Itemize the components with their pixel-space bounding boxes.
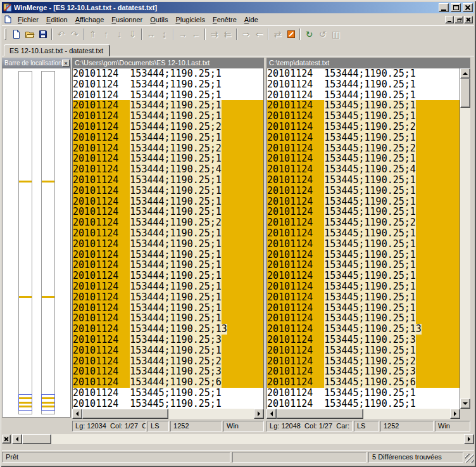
arrow-up-icon	[463, 70, 468, 75]
right-vertical-scrollbar[interactable]	[460, 68, 470, 409]
copy-right-icon: →	[178, 30, 187, 39]
code-line: 20101124 153444;1190.25;1	[73, 79, 263, 90]
scrollbar-thumb[interactable]	[82, 409, 168, 419]
menu-fichier[interactable]: Fichier	[14, 15, 42, 25]
code-line: 20101124 153445;1190.25;1	[267, 388, 460, 399]
toolbar-separator	[141, 29, 142, 40]
location-pane-close-button[interactable]: ×	[62, 60, 70, 67]
pane-close-button[interactable]	[2, 435, 11, 444]
scrollbar-thumb[interactable]	[22, 434, 51, 444]
left-editor[interactable]: 20101124 153444;1190.25;120101124 153444…	[72, 68, 264, 409]
code-line: 20101124 153444;1190.25;1	[73, 111, 263, 122]
code-line: 20101124 153444;1190.25;1	[73, 90, 263, 101]
open-button[interactable]	[23, 28, 36, 41]
arrow-right-icon	[258, 411, 263, 416]
all-left-button: ⇐	[253, 28, 266, 41]
code-line: 20101124 153444;1190.25;1	[73, 175, 263, 186]
save-icon	[38, 29, 48, 39]
code-line: 20101124 153444;1190.25;2	[73, 122, 263, 132]
document-icon[interactable]	[4, 15, 12, 23]
toolbar-separator	[236, 29, 237, 40]
code-line: 20101124 153445;1190.25;2	[267, 122, 460, 132]
last-difference-button: ⇓	[126, 28, 139, 41]
mdi-close-icon	[466, 16, 471, 23]
refresh-button[interactable]: ↻	[303, 28, 316, 41]
code-line: 20101124 153445;1190.25;1	[267, 100, 460, 111]
toolbar-separator	[173, 29, 174, 40]
copy-left-button: ←	[189, 28, 203, 41]
right-pane-header: C:\temp\datatest.txt	[266, 58, 470, 68]
global-horizontal-scrollbar[interactable]	[12, 434, 474, 444]
menu-fenêtre[interactable]: Fenêtre	[209, 15, 241, 25]
minimize-button[interactable]	[439, 3, 449, 12]
code-line: 20101124 153444;1190.25;6	[73, 377, 263, 388]
code-line: 20101124 153444;1190.25;1	[73, 281, 263, 292]
resize-grip[interactable]	[465, 454, 474, 463]
menu-edition[interactable]: Edition	[42, 15, 72, 25]
next-conflict-button: ↨	[158, 28, 171, 41]
menu-aide[interactable]: Aide	[241, 15, 262, 25]
code-line: 20101124 153445;1190.25;1	[267, 239, 460, 250]
scroll-left-button[interactable]	[12, 434, 22, 444]
code-line: 20101124 153444;1190.25;13	[73, 324, 263, 335]
next-conflict-icon: ↨	[162, 30, 166, 39]
plugins-button[interactable]	[284, 28, 298, 41]
save-button[interactable]	[36, 28, 49, 41]
code-line: 20101124 153444;1190.25;4	[73, 164, 263, 175]
toolbar-icons: ↶↷⇑↑↓⇓↔↨→←⇉⇇⇒⇐⇄↻↺◫	[9, 28, 342, 41]
menu-outils[interactable]: Outils	[146, 15, 172, 25]
scrollbar-thumb[interactable]	[460, 79, 470, 108]
toolbar-separator	[299, 29, 301, 40]
scroll-left-button[interactable]	[266, 409, 277, 419]
location-pane-header: Barre de localisation ×	[2, 58, 71, 68]
new-file-button[interactable]	[9, 28, 23, 41]
code-line: 20101124 153445;1190.25;1	[267, 175, 460, 186]
right-editor[interactable]: 20101124 153444;1190.25;120101124 153444…	[266, 68, 460, 409]
redo-icon: ↷	[71, 30, 78, 39]
code-line: 20101124 153445;1190.25;1	[267, 250, 460, 260]
location-bar-left[interactable]	[18, 71, 32, 414]
copy-right-advance-icon: ⇉	[211, 30, 218, 39]
right-status-eol: LS	[354, 421, 379, 432]
code-line: 20101124 153445;1190.25;4	[267, 164, 460, 175]
next-difference-button: ↓	[113, 28, 126, 41]
menu-affichage[interactable]: Affichage	[72, 15, 108, 25]
menu-plugiciels[interactable]: Plugiciels	[172, 15, 208, 25]
maximize-button[interactable]	[451, 3, 461, 12]
scroll-down-button[interactable]	[460, 399, 470, 409]
open-icon	[25, 29, 35, 39]
scroll-right-button[interactable]	[254, 409, 264, 419]
arrow-right-icon	[468, 437, 473, 442]
scroll-right-button[interactable]	[450, 409, 460, 419]
mdi-restore-button[interactable]	[454, 16, 463, 23]
close-button[interactable]	[463, 3, 473, 12]
mdi-minimize-button[interactable]	[445, 16, 454, 23]
left-horizontal-scrollbar[interactable]	[72, 409, 264, 419]
window-title: WinMerge - [ES 12-10.Last.txt - datatest…	[14, 4, 437, 11]
code-line: 20101124 153445;1190.25;2	[267, 356, 460, 367]
toolbar-separator	[83, 29, 84, 40]
tab-comparison[interactable]: ES 12-10.Last.txt - datatest.txt	[4, 44, 110, 56]
right-pane-status: Lg: 12048 Col: 1/27 Car: LS 1252 Win	[266, 421, 470, 432]
maximize-icon	[453, 5, 459, 10]
menu-fusionner[interactable]: Fusionner	[108, 15, 146, 25]
right-horizontal-scrollbar[interactable]	[266, 409, 460, 419]
mdi-close-button[interactable]	[464, 16, 473, 23]
scroll-left-button[interactable]	[72, 409, 82, 419]
code-line: 20101124 153445;1190.25;1	[267, 132, 460, 143]
left-status-eol: LS	[147, 421, 169, 432]
scrollbar-thumb[interactable]	[277, 409, 363, 419]
tabbar: ES 12-10.Last.txt - datatest.txt	[2, 42, 474, 56]
code-line: 20101124 153444;1190.25;1	[73, 303, 263, 314]
code-line: 20101124 153445;1190.25;1	[267, 345, 460, 356]
code-line: 20101124 153445;1190.25;1	[267, 303, 460, 314]
scroll-up-button[interactable]	[460, 68, 470, 79]
copy-left-advance-icon: ⇇	[224, 30, 232, 39]
toolbar-grip[interactable]	[4, 29, 6, 40]
view-switch-icon: ◫	[332, 30, 340, 39]
auto-merge-button: ⇄	[271, 28, 284, 41]
redo-button: ↷	[68, 28, 81, 41]
scroll-right-button[interactable]	[464, 434, 474, 444]
previous-difference-button: ↑	[99, 28, 113, 41]
location-bar-right[interactable]	[41, 71, 55, 414]
